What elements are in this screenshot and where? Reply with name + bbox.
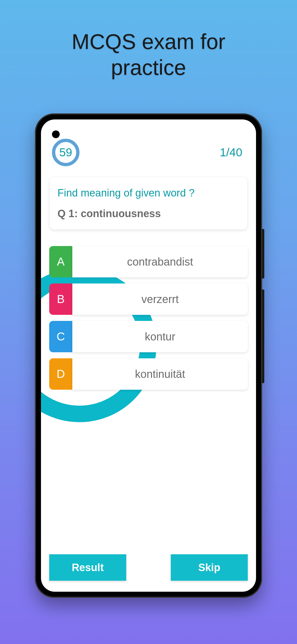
app-content: 59 1/40 Find meaning of given word ? Q 1… — [41, 119, 256, 592]
option-c[interactable]: C kontur — [49, 321, 248, 352]
option-a[interactable]: A contrabandist — [49, 246, 248, 277]
promo-title-line1: MCQS exam for — [72, 29, 225, 54]
option-d[interactable]: D kontinuität — [49, 358, 248, 390]
timer-circle: 59 — [52, 139, 79, 166]
promo-title: MCQS exam for practice — [0, 0, 297, 80]
phone-screen: 59 1/40 Find meaning of given word ? Q 1… — [41, 119, 256, 592]
question-text: Q 1: continuousness — [57, 208, 240, 220]
option-text-c: kontur — [72, 321, 248, 352]
promo-title-line2: practice — [111, 55, 186, 80]
option-text-a: contrabandist — [72, 246, 248, 277]
timer-value: 59 — [59, 146, 72, 159]
result-button[interactable]: Result — [49, 554, 126, 581]
option-text-b: verzerrt — [72, 283, 248, 315]
question-card: Find meaning of given word ? Q 1: contin… — [50, 177, 247, 230]
question-prompt: Find meaning of given word ? — [57, 187, 240, 199]
question-counter: 1/40 — [220, 146, 242, 159]
phone-frame: 59 1/40 Find meaning of given word ? Q 1… — [35, 113, 262, 598]
option-letter-b: B — [49, 283, 72, 315]
top-bar: 59 1/40 — [49, 136, 248, 177]
options-container: A contrabandist B verzerrt C kontur D ko… — [49, 246, 248, 390]
phone-side-button-2 — [262, 290, 264, 383]
option-text-d: kontinuität — [72, 358, 248, 390]
option-b[interactable]: B verzerrt — [49, 283, 248, 315]
option-letter-c: C — [49, 321, 72, 352]
bottom-buttons: Result Skip — [49, 554, 248, 581]
option-letter-d: D — [49, 358, 72, 390]
skip-button[interactable]: Skip — [171, 554, 248, 581]
camera-punch-hole — [52, 130, 60, 138]
option-letter-a: A — [49, 246, 72, 277]
phone-side-button-1 — [262, 229, 264, 279]
